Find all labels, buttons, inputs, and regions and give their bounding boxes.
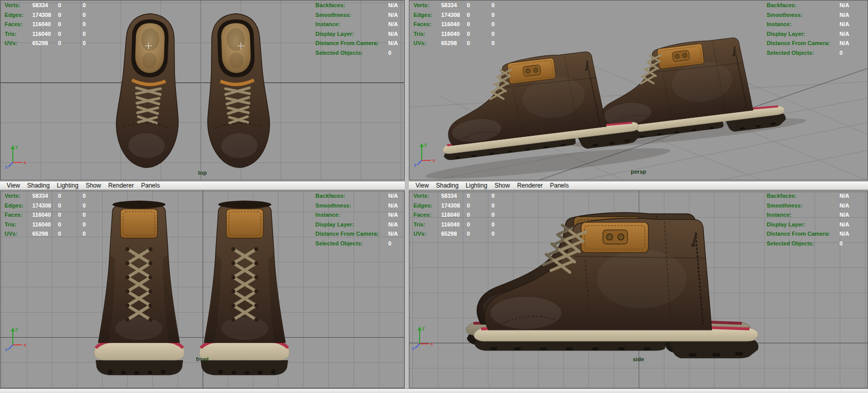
model-boots-top-view[interactable] [109,11,279,170]
hud-info-label: Backfaces: [767,191,840,201]
hud-stat-value: 174308 [441,201,467,211]
hud-stat-value: 65298 [32,229,58,239]
menu-item[interactable]: Lighting [53,182,82,189]
hud-stat-row: Faces: 116040 0 0 [413,19,495,29]
viewport-persp[interactable]: Verts: 58334 0 0 Edges: 174308 0 0 Faces… [409,0,868,180]
hud-stat-value-col2: 0 [58,229,83,239]
hud-info-label: Smoothness: [315,201,388,211]
hud-info-row: Selected Objects: 0 [315,239,398,249]
viewport-menubar-side: View Shading Lighting Show Renderer Pane… [409,181,868,190]
hud-stat-value: 116040 [441,220,467,230]
hud-stat-value-col3: 0 [83,201,86,211]
hud-info-value: N/A [388,229,398,239]
hud-stat-label: Edges: [413,10,441,20]
hud-stat-value-col2: 0 [58,220,83,230]
hud-info-value: N/A [840,220,850,230]
hud-stat-label: Edges: [5,10,32,20]
hud-info-value: N/A [388,220,398,230]
hud-info-value: N/A [840,1,850,10]
hud-info-value: N/A [840,229,850,239]
hud-info-value: N/A [388,191,398,201]
axis-z-label: z [5,347,8,352]
hud-stat-value: 58334 [441,191,467,201]
axis-indicator: y x z [413,140,437,168]
viewport-label: side [409,356,867,362]
hud-stat-value-col3: 0 [83,10,86,20]
axis-x-label: x [24,342,26,347]
hud-stat-row: Tris: 116040 0 0 [5,29,86,39]
hud-stat-value: 116040 [32,29,58,39]
hud-info-row: Selected Objects: 0 [767,239,850,249]
menu-item[interactable]: Renderer [105,182,137,189]
pivot-cross [145,43,152,49]
hud-info-label: Instance: [315,19,388,29]
hud-info-label: Smoothness: [767,201,840,211]
hud-stat-value: 174308 [32,201,58,211]
hud-stat-row: Verts: 58334 0 0 [413,1,495,10]
menu-item[interactable]: Panels [137,182,164,189]
hud-info-row: Smoothness: N/A [315,201,398,211]
menu-item[interactable]: Panels [546,182,573,189]
hud-info-row: Instance: N/A [767,210,850,220]
hud-stat-value-col3: 0 [491,19,495,29]
hud-stat-label: Verts: [5,191,32,201]
axis-z-label: z [414,162,417,168]
axis-y-label: y [422,325,425,330]
hud-stat-row: Edges: 174308 0 0 [5,201,86,211]
hud-stat-label: Verts: [413,191,441,201]
hud-stat-value: 174308 [441,10,467,20]
hud-stat-value: 116040 [32,220,58,230]
model-boots-side-view[interactable] [443,203,802,359]
menu-item[interactable]: Show [491,182,514,189]
menu-item[interactable]: Show [82,182,105,189]
hud-stat-value-col2: 0 [58,210,83,220]
hud-object-details: Backfaces: N/A Smoothness: N/A Instance:… [767,191,850,248]
hud-stat-value-col2: 0 [467,29,491,39]
hud-stat-value: 116040 [441,210,467,220]
hud-info-row: Smoothness: N/A [767,201,850,211]
hud-stat-value: 58334 [32,1,58,10]
hud-stat-row: Edges: 174308 0 0 [5,10,86,20]
hud-info-row: Distance From Camera: N/A [315,229,398,239]
hud-info-value: N/A [840,201,850,211]
menu-item[interactable]: View [412,182,432,189]
hud-info-label: Selected Objects: [767,239,840,249]
menu-item[interactable]: Lighting [462,182,491,189]
hud-info-row: Smoothness: N/A [315,10,398,20]
hud-info-row: Distance From Camera: N/A [315,38,398,48]
hud-stat-value: 65298 [441,38,467,48]
viewport-front[interactable]: Verts: 58334 0 0 Edges: 174308 0 0 Faces… [0,191,405,388]
hud-stat-label: UVs: [5,229,32,239]
viewport-side[interactable]: Verts: 58334 0 0 Edges: 174308 0 0 Faces… [409,191,868,388]
viewport-label: top [1,170,404,176]
hud-stat-value: 116040 [441,19,467,29]
hud-info-label: Instance: [315,210,388,220]
hud-info-label: Backfaces: [315,191,388,201]
hud-stat-value-col3: 0 [83,220,86,230]
hud-poly-count: Verts: 58334 0 0 Edges: 174308 0 0 Faces… [5,191,86,239]
hud-info-label: Distance From Camera: [315,229,388,239]
model-boots-front-view[interactable] [82,195,302,380]
hud-stat-value: 116040 [32,210,58,220]
hud-info-row: Selected Objects: 0 [767,48,850,58]
menu-item[interactable]: Shading [432,182,462,189]
hud-stat-value-col2: 0 [58,38,83,48]
hud-info-value: N/A [388,201,398,211]
hud-stat-row: UVs: 65298 0 0 [413,229,495,239]
hud-stat-value-col2: 0 [58,201,83,211]
hud-stat-row: Faces: 116040 0 0 [5,19,86,29]
menu-item[interactable]: View [3,182,24,189]
hud-info-label: Backfaces: [767,1,840,10]
hud-info-value: N/A [840,191,850,201]
hud-stat-value-col2: 0 [467,19,491,29]
hud-stat-value: 174308 [32,10,58,20]
hud-info-value: N/A [840,29,850,39]
hud-stat-row: UVs: 65298 0 0 [5,229,86,239]
menu-item[interactable]: Renderer [514,182,546,189]
menu-item[interactable]: Shading [24,182,53,189]
hud-stat-value: 116040 [441,29,467,39]
axis-y-label: y [424,142,427,147]
viewport-top[interactable]: Verts: 58334 0 0 Edges: 174308 0 0 Faces… [0,0,405,180]
hud-info-row: Display Layer: N/A [767,29,850,39]
hud-stat-value-col2: 0 [467,10,491,20]
